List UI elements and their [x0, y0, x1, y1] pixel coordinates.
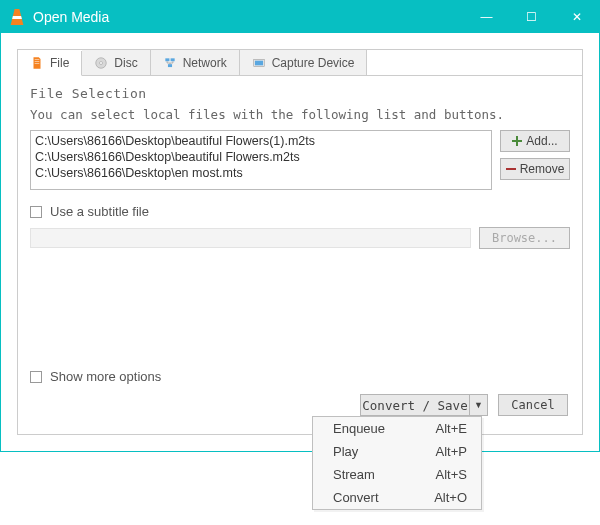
convert-save-dropdown-arrow[interactable]: ▼ [470, 394, 488, 416]
list-item[interactable]: C:\Users\86166\Desktop\beautiful Flowers… [35, 133, 487, 149]
file-selection-hint: You can select local files with the foll… [30, 107, 570, 122]
subtitle-row: Use a subtitle file [30, 204, 570, 219]
convert-save-menu: Enqueue Alt+E Play Alt+P Stream Alt+S Co… [312, 416, 482, 510]
file-list[interactable]: C:\Users\86166\Desktop\beautiful Flowers… [30, 130, 492, 190]
convert-save-split-button: Convert / Save ▼ [360, 394, 488, 416]
tab-disc-label: Disc [114, 56, 137, 70]
show-more-options-row: Show more options [30, 369, 161, 384]
svg-rect-6 [255, 60, 263, 65]
menu-item-label: Stream [333, 467, 375, 482]
list-item[interactable]: C:\Users\86166\Desktop\beautiful Flowers… [35, 149, 487, 165]
tab-network[interactable]: Network [151, 50, 240, 75]
menu-item-shortcut: Alt+P [436, 444, 467, 459]
browse-button: Browse... [479, 227, 570, 249]
cancel-button[interactable]: Cancel [498, 394, 568, 416]
title-bar: Open Media — ☐ ✕ [1, 1, 599, 33]
subtitle-path-input [30, 228, 471, 248]
show-more-options-checkbox[interactable] [30, 371, 42, 383]
menu-item-enqueue[interactable]: Enqueue Alt+E [313, 417, 481, 440]
menu-item-label: Play [333, 444, 358, 459]
open-media-window: Open Media — ☐ ✕ File Disc Network Captu… [0, 0, 600, 452]
maximize-button[interactable]: ☐ [509, 1, 554, 33]
menu-item-convert[interactable]: Convert Alt+O [313, 486, 481, 509]
tab-capture-device[interactable]: Capture Device [240, 50, 368, 75]
tab-capture-label: Capture Device [272, 56, 355, 70]
menu-item-shortcut: Alt+O [434, 490, 467, 505]
tab-network-label: Network [183, 56, 227, 70]
svg-rect-2 [165, 58, 169, 61]
capture-icon [252, 56, 266, 70]
svg-rect-4 [168, 64, 172, 67]
file-icon [30, 56, 44, 70]
network-icon [163, 56, 177, 70]
subtitle-checkbox[interactable] [30, 206, 42, 218]
remove-button[interactable]: Remove [500, 158, 570, 180]
convert-save-button[interactable]: Convert / Save [360, 394, 470, 416]
menu-item-label: Enqueue [333, 421, 385, 436]
close-button[interactable]: ✕ [554, 1, 599, 33]
tab-file[interactable]: File [18, 51, 82, 76]
file-pane: File Selection You can select local file… [17, 75, 583, 435]
remove-button-label: Remove [520, 162, 565, 176]
menu-item-shortcut: Alt+S [436, 467, 467, 482]
add-button-label: Add... [526, 134, 557, 148]
svg-rect-3 [170, 58, 174, 61]
add-button[interactable]: Add... [500, 130, 570, 152]
subtitle-label: Use a subtitle file [50, 204, 149, 219]
tab-file-label: File [50, 56, 69, 70]
app-icon [9, 9, 25, 25]
minimize-button[interactable]: — [464, 1, 509, 33]
tab-disc[interactable]: Disc [82, 50, 150, 75]
menu-item-play[interactable]: Play Alt+P [313, 440, 481, 463]
list-item[interactable]: C:\Users\86166\Desktop\en most.mts [35, 165, 487, 181]
show-more-options-label: Show more options [50, 369, 161, 384]
svg-point-1 [100, 61, 103, 64]
menu-item-label: Convert [333, 490, 379, 505]
menu-item-shortcut: Alt+E [436, 421, 467, 436]
plus-icon [512, 136, 522, 146]
content-area: File Disc Network Capture Device File Se… [1, 33, 599, 451]
svg-rect-7 [506, 168, 516, 170]
source-tabs: File Disc Network Capture Device [17, 49, 583, 75]
disc-icon [94, 56, 108, 70]
file-selection-title: File Selection [30, 86, 570, 101]
minus-icon [506, 164, 516, 174]
window-title: Open Media [33, 9, 464, 25]
menu-item-stream[interactable]: Stream Alt+S [313, 463, 481, 486]
action-row: Convert / Save ▼ Cancel Enqueue Alt+E Pl… [30, 394, 570, 416]
